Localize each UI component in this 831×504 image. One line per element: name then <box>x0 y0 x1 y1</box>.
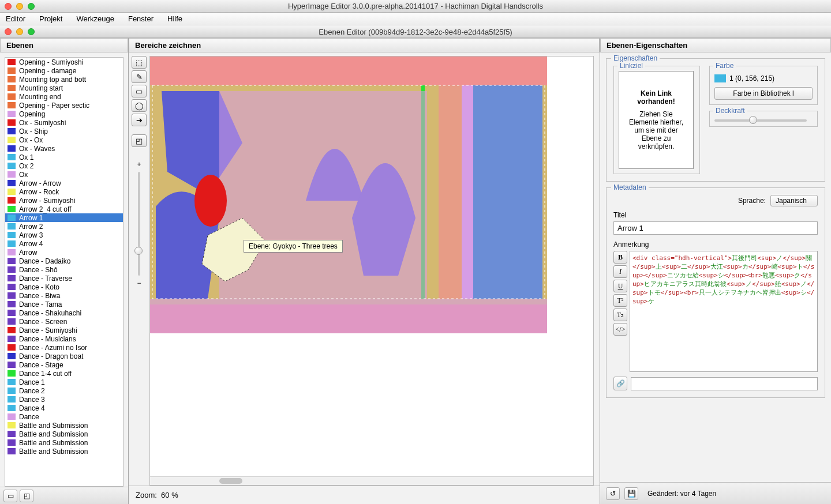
menu-fenster[interactable]: Fenster <box>128 14 154 23</box>
layer-item[interactable]: Battle and Submission <box>5 421 123 430</box>
color-swatch[interactable] <box>714 74 726 82</box>
layer-item[interactable]: Mounting start <box>5 84 123 92</box>
layer-swatch <box>8 439 16 446</box>
layers-list[interactable]: Opening - SumiyoshiOpening - damageMount… <box>5 57 123 487</box>
layer-label: Mounting start <box>19 84 63 92</box>
layer-item[interactable]: Ox - Sumiyoshi <box>5 118 123 127</box>
layer-item[interactable]: Dance - Azumi no Isor <box>5 343 123 352</box>
layer-item[interactable]: Arrow <box>5 248 123 257</box>
fmt-italic-button[interactable]: I <box>613 265 627 278</box>
layer-item[interactable]: Dance 1-4 cut off <box>5 369 123 378</box>
fmt-bold-button[interactable]: B <box>613 251 627 264</box>
menu-werkzeuge[interactable]: Werkzeuge <box>76 14 114 23</box>
layer-swatch <box>8 379 16 385</box>
layer-item[interactable]: Dance - Sumiyoshi <box>5 326 123 334</box>
canvas[interactable]: Ebene: Gyokyo - Three trees <box>149 56 594 486</box>
layer-swatch <box>8 102 16 108</box>
zoom-minus[interactable]: − <box>137 279 141 287</box>
fmt-sub-button[interactable]: T₂ <box>613 309 627 321</box>
layer-swatch <box>8 206 16 212</box>
layer-item[interactable]: Battle and Submission <box>5 447 123 456</box>
menu-hilfe[interactable]: Hilfe <box>167 14 182 23</box>
layer-swatch <box>8 292 16 299</box>
layer-item[interactable]: Battle and Submission <box>5 430 123 438</box>
layer-item[interactable]: Arrow - Sumiyoshi <box>5 196 123 205</box>
layer-item[interactable]: Ox <box>5 170 123 179</box>
menu-editor[interactable]: Editor <box>6 14 25 23</box>
layer-item[interactable]: Dance 3 <box>5 395 123 404</box>
layer-item[interactable]: Dance - Traverse <box>5 274 123 283</box>
editor-titlebar: Ebenen Editor (009b94d9-1812-3e2c-9e48-e… <box>0 25 831 38</box>
fmt-underline-button[interactable]: U <box>613 280 627 292</box>
layer-item[interactable]: Mounting top and bott <box>5 75 123 84</box>
menu-projekt[interactable]: Projekt <box>39 14 62 23</box>
layer-item[interactable]: Arrow 2 <box>5 222 123 231</box>
add-layer-button[interactable]: ▭ <box>3 490 17 502</box>
layer-swatch <box>8 336 16 342</box>
zoom-slider[interactable] <box>138 172 140 276</box>
save-button[interactable]: 💾 <box>624 487 638 500</box>
language-select[interactable]: Japanisch <box>770 195 818 206</box>
layer-item[interactable]: Dance - Shô <box>5 265 123 274</box>
zoom-thumb[interactable] <box>134 247 143 255</box>
layer-swatch <box>8 370 16 377</box>
layer-label: Ox - Sumiyoshi <box>19 119 66 127</box>
link-target-dropzone[interactable]: Kein Link vorhanden! Ziehen Sie Elemente… <box>619 71 694 169</box>
fmt-sup-button[interactable]: T² <box>613 294 627 307</box>
layer-item[interactable]: Ox 2 <box>5 161 123 170</box>
layer-item[interactable]: Arrow 3 <box>5 231 123 239</box>
layer-item[interactable]: Dance - Koto <box>5 283 123 291</box>
canvas-hscroll[interactable] <box>150 476 593 485</box>
layer-item[interactable]: Arrow 1 <box>5 213 123 222</box>
layer-item[interactable]: Dance - Tama <box>5 300 123 309</box>
tool-ellipse[interactable]: ◯ <box>132 99 147 112</box>
layer-item[interactable]: Dance 1 <box>5 378 123 386</box>
layer-item[interactable]: Arrow - Arrow <box>5 179 123 187</box>
layer-options-button[interactable]: ◰ <box>20 490 33 502</box>
props-fieldset: Eigenschaften Linkziel Kein Link vorhand… <box>606 58 825 182</box>
opacity-thumb[interactable] <box>749 116 757 124</box>
layer-swatch <box>8 128 16 134</box>
tool-rect[interactable]: ▭ <box>132 85 147 97</box>
layer-item[interactable]: Ox 1 <box>5 153 123 161</box>
layer-item[interactable]: Dance - Biwa <box>5 291 123 300</box>
color-to-library-button[interactable]: Farbe in Bibliothek l <box>714 87 813 100</box>
annotation-textarea[interactable]: <div class="hdh-vertical">其後門司<sup>ノ</su… <box>630 251 818 372</box>
tool-crop[interactable]: ◰ <box>132 134 147 147</box>
layer-item[interactable]: Arrow 2_4 cut off <box>5 205 123 213</box>
layer-item[interactable]: Dance - Musicians <box>5 334 123 343</box>
layer-item[interactable]: Dance 2 <box>5 386 123 395</box>
tool-pointer[interactable]: ⬚ <box>132 56 147 69</box>
changed-value: vor 4 Tagen <box>680 490 717 498</box>
link-input[interactable] <box>631 377 818 390</box>
sidebar-right: Ebenen-Eigenschaften Eigenschaften Linkz… <box>600 38 831 504</box>
layer-item[interactable]: Arrow - Rock <box>5 187 123 196</box>
tool-arrow[interactable]: ➔ <box>132 114 147 126</box>
layer-item[interactable]: Opening <box>5 110 123 118</box>
link-icon[interactable]: 🔗 <box>613 377 627 390</box>
layer-item[interactable]: Opening - Paper sectic <box>5 101 123 110</box>
layer-item[interactable]: Dance - Shakuhachi <box>5 309 123 317</box>
layer-item[interactable]: Ox - Ship <box>5 127 123 136</box>
layer-swatch <box>8 353 16 359</box>
title-input[interactable] <box>613 221 818 235</box>
undo-button[interactable]: ↺ <box>606 487 620 500</box>
layer-item[interactable]: Dance - Dadaiko <box>5 257 123 265</box>
layer-item[interactable]: Dance - Stage <box>5 360 123 369</box>
layer-item[interactable]: Ox - Waves <box>5 144 123 153</box>
fmt-code-button[interactable]: </> <box>613 323 627 336</box>
layer-item[interactable]: Arrow 4 <box>5 239 123 248</box>
layer-item[interactable]: Battle and Submission <box>5 438 123 447</box>
zoom-plus[interactable]: + <box>137 160 141 168</box>
layer-item[interactable]: Opening - damage <box>5 66 123 75</box>
opacity-slider[interactable] <box>714 119 807 122</box>
layer-item[interactable]: Opening - Sumiyoshi <box>5 58 123 66</box>
layer-item[interactable]: Dance 4 <box>5 404 123 412</box>
layer-item[interactable]: Dance - Dragon boat <box>5 352 123 360</box>
layer-item[interactable]: Ox - Ox <box>5 136 123 144</box>
layer-label: Dance 1 <box>19 378 45 386</box>
layer-item[interactable]: Dance <box>5 412 123 421</box>
layer-item[interactable]: Mounting end <box>5 92 123 101</box>
tool-polygon[interactable]: ✎ <box>132 70 147 83</box>
layer-item[interactable]: Dance - Screen <box>5 317 123 326</box>
